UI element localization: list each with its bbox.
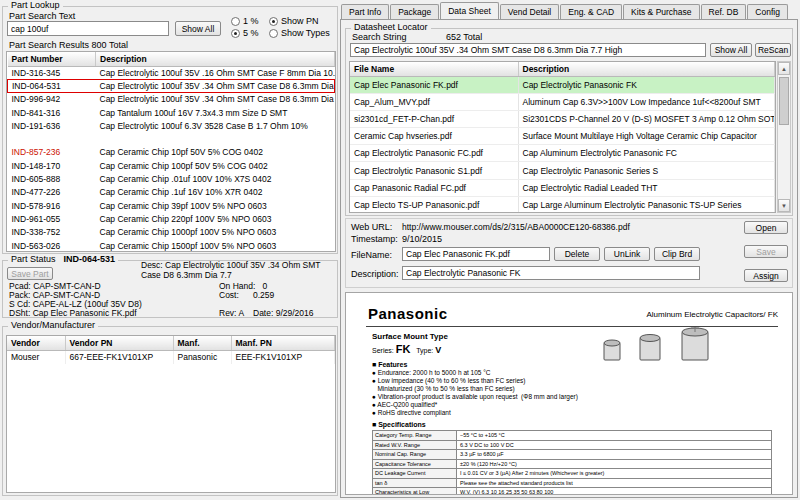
part-number-cell: IND-191-636 bbox=[8, 119, 96, 132]
save-part-button[interactable]: Save Part bbox=[7, 267, 53, 280]
part-number-cell: IND-563-026 bbox=[8, 239, 96, 252]
part-row[interactable]: IND-961-055 Cap Ceramic Chip 220pf 100V … bbox=[8, 212, 335, 225]
datasheet-file-row[interactable]: Cap Electo TS-UP Panasonic.pdf Cap Large… bbox=[350, 196, 775, 213]
col-vendor[interactable]: Vendor bbox=[7, 336, 65, 350]
part-row[interactable] bbox=[8, 132, 335, 145]
type-label: Type: bbox=[416, 347, 433, 354]
part-row[interactable]: IND-191-636 Cap Electrolytic 100uf 6.3V … bbox=[8, 119, 335, 132]
col-description[interactable]: Description bbox=[96, 52, 335, 66]
radio-show-types[interactable]: Show Types bbox=[269, 28, 330, 38]
datasheet-file-row[interactable]: Ceramic Cap hvseries.pdf Surface Mount M… bbox=[350, 128, 775, 145]
pdf-header-rule bbox=[366, 326, 778, 327]
features-title: ■ Features bbox=[372, 361, 578, 369]
part-lookup-panel: Part Lookup Part Search Text Show All 1 … bbox=[2, 6, 338, 254]
delete-button[interactable]: Delete bbox=[554, 247, 600, 261]
tab[interactable]: Ref. DB bbox=[701, 4, 747, 19]
type-value: V bbox=[435, 345, 441, 355]
col-file-name[interactable]: File Name bbox=[350, 62, 518, 76]
open-button[interactable]: Open bbox=[744, 221, 788, 234]
part-row[interactable]: IND-064-531 Cap Electrolytic 100uf 35V .… bbox=[8, 79, 335, 92]
desc-label: Desc: bbox=[141, 260, 163, 270]
datasheet-file-row[interactable]: Cap_Alum_MVY.pdf Aluminum Cap 6.3V>>100V… bbox=[350, 93, 775, 110]
part-row[interactable]: IND-605-888 Cap Ceramic Chip .01uf 100V … bbox=[8, 172, 335, 185]
spec-value: 6.3 V DC to 100 V DC bbox=[457, 441, 771, 450]
spec-label: Characteristics at Low Temperature bbox=[373, 488, 457, 495]
col-part-number[interactable]: Part Number bbox=[8, 52, 96, 66]
part-search-input[interactable] bbox=[7, 21, 169, 36]
col-vendor-pn[interactable]: Vendor PN bbox=[65, 336, 173, 350]
part-row[interactable]: IND-841-316 Cap Tantalum 100uf 16V 7.3x4… bbox=[8, 106, 335, 119]
locator-show-all-button[interactable]: Show All bbox=[710, 43, 752, 57]
part-row[interactable]: IND-316-345 Cap Electrolytic 100uf 35V .… bbox=[8, 66, 335, 79]
datasheet-file-row[interactable]: si2301cd_FET-P-Chan.pdf Si2301CDS P-Chan… bbox=[350, 110, 775, 127]
tab[interactable]: Vend Detail bbox=[500, 4, 559, 19]
radio-5-percent[interactable]: 5 % bbox=[231, 28, 259, 38]
spec-row: DC Leakage Current I ≤ 0.01 CV or 3 (µA)… bbox=[373, 469, 771, 479]
unlink-button[interactable]: UnLink bbox=[604, 247, 650, 261]
radio-1-percent-label: 1 % bbox=[243, 16, 259, 26]
part-results-table: Part Number Description IND-316-345 Cap … bbox=[6, 51, 336, 252]
col-manf[interactable]: Manf. bbox=[173, 336, 231, 350]
tab[interactable]: Data Sheet bbox=[440, 2, 499, 19]
files-scrollbar[interactable]: ▲ ▼ bbox=[777, 61, 791, 213]
web-url-panel: Web URL: http://www.mouser.com/ds/2/315/… bbox=[345, 218, 793, 288]
part-row[interactable]: IND-996-942 Cap Electrolytic 100uf 35V .… bbox=[8, 93, 335, 106]
filename-input[interactable] bbox=[402, 247, 550, 261]
col-file-desc[interactable]: Description bbox=[518, 62, 775, 76]
file-name-cell: Cap Electrolytic Panasonic S1.pdf bbox=[350, 162, 518, 179]
spec-value: Please see the attached standard product… bbox=[457, 479, 771, 488]
file-name-cell: Cap Electo TS-UP Panasonic.pdf bbox=[350, 196, 518, 213]
cost-label: Cost: bbox=[219, 290, 239, 300]
cost-value: 0.259 bbox=[253, 290, 274, 300]
feature-line: ● RoHS directive compliant bbox=[372, 409, 578, 417]
file-desc-cell: Cap Electrolytic Panasonic Series S bbox=[518, 162, 775, 179]
vendor-row[interactable]: Mouser 667-EEE-FK1V101XP Panasonic EEE-F… bbox=[7, 350, 335, 364]
tab-bar: Part Info Package Data Sheet Vend Detail… bbox=[341, 3, 789, 19]
radio-show-pn[interactable]: Show PN bbox=[269, 16, 319, 26]
file-name-cell: Cap Panasonic Radial FC.pdf bbox=[350, 179, 518, 196]
vendor-panel-title: Vendor/Manufacturer bbox=[8, 320, 98, 330]
part-row[interactable]: IND-148-170 Cap Ceramic Chip 100pf 50V 5… bbox=[8, 159, 335, 172]
tab[interactable]: Part Info bbox=[341, 4, 389, 19]
tab[interactable]: Config bbox=[747, 4, 788, 19]
scrollbar-thumb[interactable] bbox=[779, 77, 789, 125]
vendor-pn-cell: 667-EEE-FK1V101XP bbox=[65, 350, 173, 364]
spec-value: ±20 % (120 Hz/+20 °C) bbox=[457, 460, 771, 469]
description-input[interactable] bbox=[402, 266, 700, 280]
datasheet-search-input[interactable] bbox=[350, 43, 706, 57]
file-name-cell: Ceramic Cap hvseries.pdf bbox=[350, 128, 518, 145]
tab[interactable]: Package bbox=[390, 4, 439, 19]
datasheet-file-row[interactable]: Cap Panasonic Radial FC.pdf Cap Electrol… bbox=[350, 179, 775, 196]
pdf-brand-logo: Panasonic bbox=[368, 305, 448, 322]
datasheet-file-row[interactable]: Cap Elec Panasonic FK.pdf Cap Electrolyt… bbox=[350, 76, 775, 93]
part-row[interactable]: IND-578-916 Cap Ceramic Chip 39pf 100V 5… bbox=[8, 199, 335, 212]
clip-brd-button[interactable]: Clip Brd bbox=[654, 247, 700, 261]
datasheet-file-row[interactable]: Cap Electrolytic Panasonic FC.pdf Cap Al… bbox=[350, 145, 775, 162]
tab[interactable]: Eng. & CAD bbox=[560, 4, 622, 19]
tab[interactable]: Kits & Purchase bbox=[623, 4, 699, 19]
file-desc-cell: Cap Aluminum Electrolytic Panasonic FC bbox=[518, 145, 775, 162]
scroll-up-icon[interactable]: ▲ bbox=[778, 62, 790, 75]
date-label: Date: bbox=[253, 308, 273, 318]
part-row[interactable]: IND-477-226 Cap Ceramic Chip .1uf 16V 10… bbox=[8, 186, 335, 199]
part-desc-cell: Cap Electrolytic 100uf 35V .16 Ohm SMT C… bbox=[96, 66, 335, 79]
save-button[interactable]: Save bbox=[744, 245, 788, 258]
filename-label: FileName: bbox=[351, 250, 392, 260]
rev-label: Rev: bbox=[219, 308, 236, 318]
part-row[interactable]: IND-338-752 Cap Ceramic Chip 1000pf 100V… bbox=[8, 226, 335, 239]
scroll-down-icon[interactable]: ▼ bbox=[778, 199, 790, 212]
rescan-button[interactable]: ReScan bbox=[755, 43, 791, 57]
assign-button[interactable]: Assign bbox=[744, 269, 788, 282]
part-row[interactable]: IND-563-026 Cap Ceramic Chip 1500pf 100V… bbox=[8, 239, 335, 252]
part-number-cell: IND-996-942 bbox=[8, 93, 96, 106]
part-row[interactable]: IND-857-236 Cap Ceramic Chip 10pf 50V 5%… bbox=[8, 146, 335, 159]
spec-value: I ≤ 0.01 CV or 3 (µA) After 2 minutes (W… bbox=[457, 469, 771, 478]
part-number-cell: IND-578-916 bbox=[8, 199, 96, 212]
col-manf-pn[interactable]: Manf. PN bbox=[231, 336, 335, 350]
datasheet-file-row[interactable]: Cap Electrolytic Panasonic S1.pdf Cap El… bbox=[350, 162, 775, 179]
selected-part-number: IND-064-531 bbox=[64, 254, 116, 264]
show-all-button[interactable]: Show All bbox=[175, 21, 221, 36]
manf-cell: Panasonic bbox=[173, 350, 231, 364]
rev-value: A bbox=[238, 308, 244, 318]
radio-1-percent[interactable]: 1 % bbox=[231, 16, 259, 26]
